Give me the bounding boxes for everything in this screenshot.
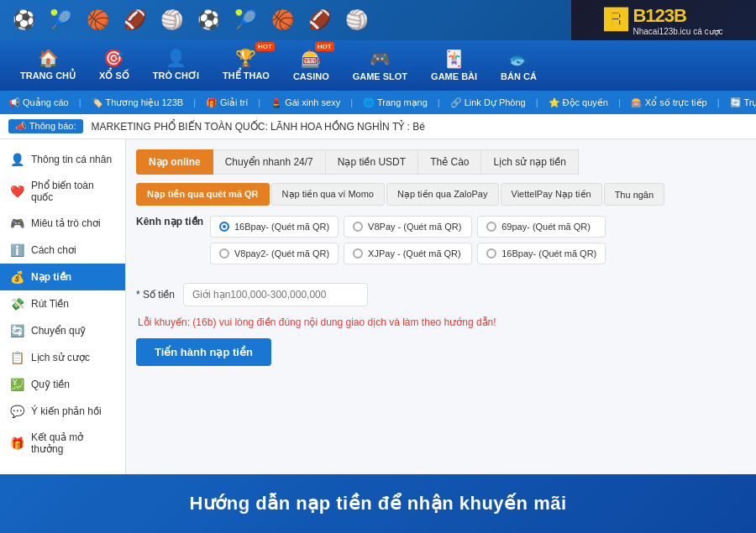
sidebar-label-ruttien: Rút Tiền <box>31 298 69 310</box>
home-icon: 🏠 <box>38 48 59 68</box>
subtab-thungan[interactable]: Thu ngân <box>604 183 664 206</box>
payment-option-2[interactable]: 69pay- (Quét mã QR) <box>477 216 606 238</box>
sidebar-item-ykien[interactable]: 💬 Ý kiến phản hồi <box>0 398 125 425</box>
nav-item-gamebai[interactable]: 🃏 GAME BÀI <box>419 40 489 91</box>
heart-icon: ❤️ <box>10 185 24 198</box>
ball-tennis1[interactable]: 🎾 <box>45 5 76 35</box>
payment-option-5[interactable]: 16Bpay- (Quét mã QR) <box>477 243 606 264</box>
payment-grid: 16Bpay- (Quét mã QR) V8Pay - (Quét mã QR… <box>210 216 606 264</box>
link-xoso[interactable]: 🎰 Xổ số trực tiếp <box>631 97 707 108</box>
link-quangcao[interactable]: 📢 Quảng cáo <box>8 97 69 108</box>
links-bar: 📢 Quảng cáo | 🏷️ Thương hiệu 123B | 🎁 Gi… <box>0 91 756 114</box>
sidebar-item-mieutachoi[interactable]: 🎮 Miêu tả trò chơi <box>0 210 125 237</box>
nav-label-gamebai: GAME BÀI <box>431 71 477 81</box>
radio-5 <box>486 248 496 259</box>
subtab-viettelpay[interactable]: ViettelPay Nạp tiền <box>501 183 602 206</box>
sidebar-item-phobien[interactable]: ❤️ Phổ biến toàn quốc <box>0 173 125 210</box>
sidebar-item-cachoi[interactable]: ℹ️ Cách chơi <box>0 237 125 264</box>
tab-naponline[interactable]: Nạp online <box>136 149 213 175</box>
sidebar-label-lichsu: Lịch sử cược <box>31 352 90 363</box>
nav-item-banca[interactable]: 🐟 BÁN CÁ <box>489 40 549 91</box>
logo-area: 🅱 B123B Nhacai123b.icu cá cược <box>571 0 756 40</box>
ball-soccer2[interactable]: ⚽ <box>193 5 223 35</box>
fund-icon: 💹 <box>10 378 24 391</box>
link-giaitri[interactable]: 🎁 Giải trí <box>206 97 248 108</box>
nav-item-casino[interactable]: HOT 🎰 CASINO <box>281 40 341 91</box>
payment-option-0[interactable]: 16Bpay- (Quét mã QR) <box>210 216 339 238</box>
tab-lichsu[interactable]: Lịch sử nạp tiền <box>481 149 578 175</box>
withdraw-icon: 💸 <box>10 297 24 311</box>
sidebar-item-thongtin[interactable]: 👤 Thông tin cá nhân <box>0 146 125 173</box>
user-icon: 👤 <box>10 153 24 166</box>
nav-label-gameslot: GAME SLOT <box>353 71 407 81</box>
payment-option-1[interactable]: V8Pay - (Quét mã QR) <box>344 216 472 238</box>
link-tructuyen[interactable]: 🔄 Trực Tuyến <box>730 97 757 108</box>
logo-sub: Nhacai123b.icu cá cược <box>633 27 722 36</box>
payment-option-3[interactable]: V8pay2- (Quét mã QR) <box>210 243 339 264</box>
sidebar-item-ketqua[interactable]: 🎁 Kết quả mở thưởng <box>0 425 125 462</box>
feedback-icon: 💬 <box>10 405 24 418</box>
ball-basketball2[interactable]: 🏀 <box>267 5 297 35</box>
ball-soccer1[interactable]: ⚽ <box>8 5 39 35</box>
link-docquyen[interactable]: ⭐ Độc quyền <box>549 97 608 108</box>
sidebar-item-ruttien[interactable]: 💸 Rút Tiền <box>0 290 125 317</box>
ball-football2[interactable]: 🏈 <box>304 5 334 35</box>
nav-item-gameslot[interactable]: 🎮 GAME SLOT <box>341 40 419 91</box>
sidebar-item-naptien[interactable]: 💰 Nạp tiền <box>0 264 125 290</box>
payment-label-5: 16Bpay- (Quét mã QR) <box>501 248 596 259</box>
payment-label-3: V8pay2- (Quét mã QR) <box>234 248 329 259</box>
payment-label-0: 16Bpay- (Quét mã QR) <box>234 222 329 232</box>
nav-item-thethao[interactable]: HOT 🏆 THỂ THAO <box>211 40 281 91</box>
ball-volleyball2[interactable]: 🏐 <box>341 5 371 35</box>
tab-usdt[interactable]: Nạp tiền USDT <box>326 149 418 175</box>
sidebar-label-naptien: Nạp tiền <box>31 271 71 283</box>
sidebar-item-quytien[interactable]: 💹 Quỹ tiền <box>0 371 125 398</box>
amount-input[interactable] <box>183 283 368 306</box>
sidebar-label-quytien: Quỹ tiền <box>31 379 70 390</box>
sidebar-label-thongtin: Thông tin cá nhân <box>31 154 112 165</box>
content-area: Nạp online Chuyển nhanh 24/7 Nạp tiền US… <box>126 139 756 474</box>
sidebar-label-cachoi: Cách chơi <box>31 244 76 256</box>
slot-icon: 🎮 <box>370 49 391 69</box>
payment-label-4: XJPay - (Quét mã QR) <box>368 248 461 259</box>
radio-1 <box>353 222 363 232</box>
hot-badge-thethao: HOT <box>255 42 275 51</box>
nav-label-xoso: XỔ SỐ <box>99 71 129 81</box>
ball-basketball1[interactable]: 🏀 <box>82 5 113 35</box>
game-icon: 👤 <box>165 48 186 68</box>
link-trangmang[interactable]: 🌐 Trang mạng <box>363 97 428 108</box>
fish-icon: 🐟 <box>508 49 529 69</box>
tab-thecao[interactable]: Thẻ Cào <box>418 149 481 175</box>
subtab-momo[interactable]: Nạp tiền qua ví Momo <box>271 183 385 206</box>
ball-football1[interactable]: 🏈 <box>119 5 150 35</box>
cards-icon: 🃏 <box>444 49 465 69</box>
amount-label: * Số tiền <box>136 289 175 300</box>
ball-volleyball1[interactable]: 🏐 <box>156 5 186 35</box>
payment-label-1: V8Pay - (Quét mã QR) <box>368 222 461 232</box>
link-thuonghieu[interactable]: 🏷️ Thương hiệu 123B <box>92 97 184 108</box>
bottom-banner: Hướng dẫn nạp tiền để nhận khuyến mãi <box>0 474 756 533</box>
tab-chuyennhanh[interactable]: Chuyển nhanh 24/7 <box>213 149 326 175</box>
submit-button[interactable]: Tiến hành nạp tiền <box>136 338 271 366</box>
sidebar: 👤 Thông tin cá nhân ❤️ Phổ biến toàn quố… <box>0 139 126 474</box>
sidebar-item-lichsu[interactable]: 📋 Lịch sử cược <box>0 344 125 371</box>
amount-row: * Số tiền <box>136 283 746 306</box>
payment-option-4[interactable]: XJPay - (Quét mã QR) <box>344 243 472 264</box>
gamepad-icon: 🎮 <box>10 217 24 230</box>
error-message: Lỗi khuyến: (16b) vui lòng điền đúng nội… <box>136 316 746 328</box>
link-gaixinh[interactable]: 💄 Gái xinh sexy <box>270 97 340 108</box>
sidebar-item-chuyenquy[interactable]: 🔄 Chuyển quỹ <box>0 317 125 344</box>
link-duphong[interactable]: 🔗 Link Dự Phòng <box>450 97 526 108</box>
nav-item-xoso[interactable]: 🎯 XỔ SỐ <box>87 40 141 91</box>
nav-label-thethao: THỂ THAO <box>223 71 270 81</box>
ball-tennis2[interactable]: 🎾 <box>230 5 260 35</box>
subtab-zalopay[interactable]: Nạp tiền qua ZaloPay <box>386 183 499 206</box>
nav-label-trangchu: TRANG CHỦ <box>20 71 76 81</box>
subtab-qr[interactable]: Nạp tiền qua quét mã QR <box>136 183 270 206</box>
sidebar-label-chuyenquy: Chuyển quỹ <box>31 325 86 337</box>
nav-bar: 🏠 TRANG CHỦ 🎯 XỔ SỐ 👤 TRÒ CHƠI HOT 🏆 THỂ… <box>0 40 756 91</box>
nav-item-trangchu[interactable]: 🏠 TRANG CHỦ <box>8 40 87 91</box>
nav-label-trochoi: TRÒ CHƠI <box>153 71 199 81</box>
ticker-bar: 📣 Thông báo: MARKETING PHỔ BIẾN TOÀN QUỐ… <box>0 114 756 139</box>
nav-item-trochoi[interactable]: 👤 TRÒ CHƠI <box>141 40 211 91</box>
